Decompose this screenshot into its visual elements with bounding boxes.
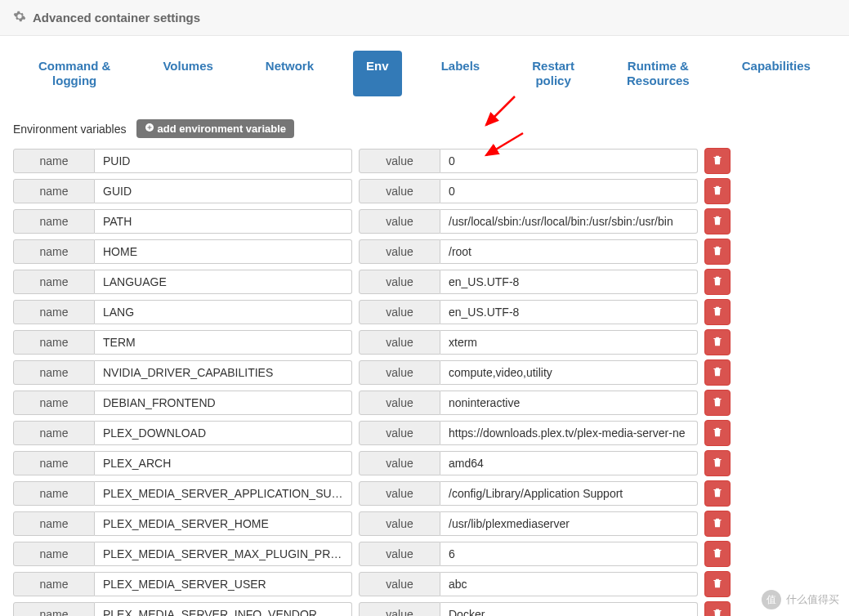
tab-runtime-resources[interactable]: Runtime & Resources [614, 51, 703, 96]
trash-icon [712, 396, 723, 410]
env-name-input[interactable]: DEBIAN_FRONTEND [95, 391, 352, 415]
name-label: name [13, 360, 95, 385]
watermark: 值 什么值得买 [762, 590, 839, 609]
delete-button[interactable] [704, 601, 731, 616]
env-value-input[interactable]: 0 [440, 149, 698, 173]
trash-icon [712, 185, 723, 199]
trash-icon [712, 154, 723, 168]
delete-button[interactable] [704, 239, 731, 265]
env-name-input[interactable]: GUID [95, 179, 352, 203]
env-value-input[interactable]: /config/Library/Application Support [440, 481, 698, 506]
env-value-input[interactable]: Docker [440, 602, 698, 616]
add-button-label: add environment variable [158, 123, 287, 135]
name-label: name [13, 179, 95, 203]
name-label: name [13, 270, 95, 294]
trash-icon [712, 245, 723, 259]
delete-button[interactable] [704, 450, 731, 476]
trash-icon [712, 306, 723, 319]
delete-button[interactable] [704, 390, 731, 416]
env-var-row: namePLEX_MEDIA_SERVER_INFO_VENDORvalueDo… [13, 601, 836, 616]
delete-button[interactable] [704, 359, 731, 386]
env-name-input[interactable]: LANGUAGE [95, 270, 352, 294]
env-value-input[interactable]: abc [440, 572, 698, 596]
settings-header: Advanced container settings [0, 0, 849, 36]
env-name-input[interactable]: TERM [95, 330, 352, 355]
tab-network[interactable]: Network [252, 51, 327, 96]
tab-volumes[interactable]: Volumes [150, 51, 226, 96]
trash-icon [712, 517, 723, 531]
plus-icon [145, 123, 154, 135]
env-var-row: nameLANGvalueen_US.UTF-8 [13, 299, 836, 325]
env-name-input[interactable]: PUID [95, 149, 352, 173]
env-name-input[interactable]: PATH [95, 209, 352, 234]
trash-icon [712, 336, 723, 350]
delete-button[interactable] [704, 420, 731, 446]
value-label: value [359, 360, 440, 385]
name-label: name [13, 481, 95, 506]
name-label: name [13, 391, 95, 415]
value-label: value [359, 179, 440, 203]
delete-button[interactable] [704, 178, 731, 204]
env-name-input[interactable]: PLEX_MEDIA_SERVER_INFO_VENDOR [95, 602, 352, 616]
trash-icon [712, 578, 723, 591]
env-value-input[interactable]: /usr/lib/plexmediaserver [440, 511, 698, 536]
env-name-input[interactable]: PLEX_ARCH [95, 451, 352, 475]
env-name-input[interactable]: NVIDIA_DRIVER_CAPABILITIES [95, 360, 352, 385]
env-var-row: namePLEX_MEDIA_SERVER_APPLICATION_SUPPOR… [13, 480, 836, 507]
name-label: name [13, 239, 95, 264]
env-value-input[interactable]: https://downloads.plex.tv/plex-media-ser… [440, 421, 698, 445]
delete-button[interactable] [704, 480, 731, 507]
delete-button[interactable] [704, 571, 731, 597]
value-label: value [359, 572, 440, 596]
env-name-input[interactable]: PLEX_MEDIA_SERVER_USER [95, 572, 352, 596]
env-name-input[interactable]: PLEX_MEDIA_SERVER_APPLICATION_SUPPOR [95, 481, 352, 506]
env-value-input[interactable]: /usr/local/sbin:/usr/local/bin:/usr/sbin… [440, 209, 698, 234]
tab-restart-policy[interactable]: Restart policy [519, 51, 588, 96]
tab-capabilities[interactable]: Capabilities [729, 51, 824, 96]
env-value-input[interactable]: 0 [440, 179, 698, 203]
env-name-input[interactable]: LANG [95, 300, 352, 324]
trash-icon [712, 608, 723, 617]
watermark-text: 什么值得买 [786, 592, 839, 607]
env-name-input[interactable]: HOME [95, 239, 352, 264]
env-value-input[interactable]: amd64 [440, 451, 698, 475]
add-env-var-button[interactable]: add environment variable [136, 119, 295, 138]
env-var-row: namePLEX_MEDIA_SERVER_HOMEvalue/usr/lib/… [13, 511, 836, 537]
env-var-row: nameTERMvaluexterm [13, 329, 836, 355]
delete-button[interactable] [704, 208, 731, 234]
trash-icon [712, 457, 723, 471]
env-value-input[interactable]: 6 [440, 542, 698, 566]
env-var-row: namePLEX_MEDIA_SERVER_USERvalueabc [13, 571, 836, 597]
value-label: value [359, 511, 440, 536]
name-label: name [13, 602, 95, 616]
value-label: value [359, 451, 440, 475]
name-label: name [13, 511, 95, 536]
env-value-input[interactable]: /root [440, 239, 698, 264]
watermark-badge: 值 [762, 590, 781, 609]
delete-button[interactable] [704, 329, 731, 355]
env-value-input[interactable]: compute,video,utility [440, 360, 698, 385]
value-label: value [359, 270, 440, 294]
trash-icon [712, 487, 723, 501]
tab-command-logging[interactable]: Command & logging [25, 51, 123, 96]
tab-labels[interactable]: Labels [428, 51, 494, 96]
env-value-input[interactable]: en_US.UTF-8 [440, 300, 698, 324]
delete-button[interactable] [704, 511, 731, 537]
env-var-row: nameHOMEvalue/root [13, 239, 836, 265]
env-var-row: namePLEX_MEDIA_SERVER_MAX_PLUGIN_PROCSva… [13, 541, 836, 567]
env-name-input[interactable]: PLEX_MEDIA_SERVER_HOME [95, 511, 352, 536]
env-value-input[interactable]: xterm [440, 330, 698, 355]
env-value-input[interactable]: noninteractive [440, 391, 698, 415]
delete-button[interactable] [704, 541, 731, 567]
delete-button[interactable] [704, 299, 731, 325]
trash-icon [712, 426, 723, 440]
trash-icon [712, 547, 723, 561]
name-label: name [13, 330, 95, 355]
env-name-input[interactable]: PLEX_DOWNLOAD [95, 421, 352, 445]
delete-button[interactable] [704, 148, 731, 174]
tab-env[interactable]: Env [353, 51, 402, 96]
delete-button[interactable] [704, 269, 731, 295]
name-label: name [13, 300, 95, 324]
env-name-input[interactable]: PLEX_MEDIA_SERVER_MAX_PLUGIN_PROCS [95, 542, 352, 566]
env-value-input[interactable]: en_US.UTF-8 [440, 270, 698, 294]
